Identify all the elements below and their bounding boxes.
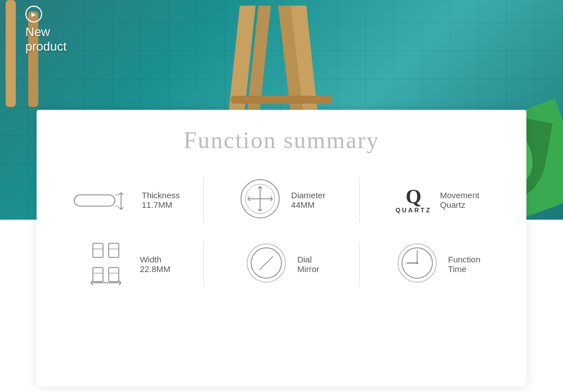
movement-value: Quartz xyxy=(440,200,479,210)
content-card: Function summary xyxy=(37,110,526,386)
quartz-icon: Q QUARTZ xyxy=(396,186,432,213)
diameter-text: Diameter 44MM xyxy=(291,190,325,210)
svg-line-42 xyxy=(260,256,273,270)
thickness-label: Thickness xyxy=(142,190,180,200)
section-title: Function summary xyxy=(48,127,515,154)
spec-width: Width 22.8MM xyxy=(48,240,203,288)
diameter-label: Diameter xyxy=(291,190,325,200)
width-label: Width xyxy=(140,255,170,264)
svg-rect-0 xyxy=(6,0,16,107)
specs-row-2: Width 22.8MM D xyxy=(48,235,515,299)
dial-value: Mirror xyxy=(297,264,319,274)
function-value: Time xyxy=(448,264,481,274)
specs-grid: Thickness 11.7MM xyxy=(48,171,515,299)
function-text: Function Time xyxy=(448,255,481,274)
dial-icon xyxy=(244,240,289,288)
dial-text: Dial Mirror xyxy=(297,255,319,274)
svg-rect-27 xyxy=(93,243,103,257)
svg-rect-28 xyxy=(109,243,119,257)
thickness-icon xyxy=(72,185,133,216)
thickness-text: Thickness 11.7MM xyxy=(142,190,180,210)
diameter-icon xyxy=(238,176,283,224)
diameter-value: 44MM xyxy=(291,200,325,210)
svg-rect-30 xyxy=(109,268,119,282)
new-product-badge: New product xyxy=(25,6,66,55)
spec-thickness: Thickness 11.7MM xyxy=(48,185,203,216)
width-value: 22.8MM xyxy=(140,264,170,274)
width-text: Width 22.8MM xyxy=(140,255,170,274)
spec-diameter: Diameter 44MM xyxy=(204,176,359,224)
movement-label: Movement xyxy=(440,190,479,200)
thickness-value: 11.7MM xyxy=(142,200,180,210)
movement-text: Movement Quartz xyxy=(440,190,479,210)
spec-dial: Dial Mirror xyxy=(204,240,359,288)
specs-row-1: Thickness 11.7MM xyxy=(48,171,515,235)
dial-label: Dial xyxy=(297,255,319,264)
function-icon xyxy=(395,240,440,288)
spec-movement: Q QUARTZ Movement Quartz xyxy=(360,186,515,213)
svg-rect-6 xyxy=(231,96,332,104)
width-icon xyxy=(81,240,131,288)
spec-function: Function Time xyxy=(360,240,515,288)
badge-text: New product xyxy=(25,25,66,55)
svg-rect-29 xyxy=(93,268,103,282)
svg-rect-7 xyxy=(74,195,115,206)
function-label: Function xyxy=(448,255,481,264)
play-icon xyxy=(25,6,42,23)
